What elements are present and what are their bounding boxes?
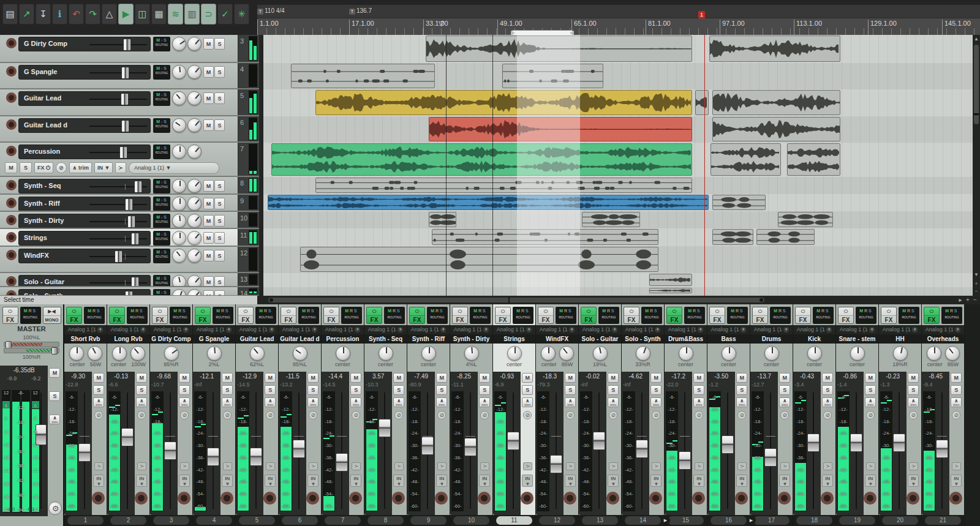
width-knob[interactable] <box>187 289 202 296</box>
record-arm-button[interactable] <box>6 198 17 208</box>
trim-button[interactable]: ∧trim <box>565 397 576 407</box>
project-info-button[interactable]: ℹ <box>52 4 67 24</box>
fader-handle[interactable] <box>119 146 127 159</box>
pan-knob[interactable] <box>593 346 608 361</box>
track-routing-button[interactable]: M●SROUTING <box>153 118 170 133</box>
volume-fader[interactable] <box>936 440 948 458</box>
volume-fader[interactable] <box>207 448 219 466</box>
input-select-dropdown[interactable]: Analog 1 (1 ▼ <box>922 325 964 334</box>
solo-button[interactable]: S <box>393 385 404 395</box>
track-volume-fader[interactable] <box>89 99 147 100</box>
record-arm-button[interactable] <box>392 492 405 505</box>
fx-button[interactable]: ⏻FX <box>195 307 211 324</box>
locking-button[interactable]: ✓ <box>217 4 233 24</box>
receives-button[interactable]: ≻ <box>266 462 275 470</box>
fx-button[interactable]: ⏻FX <box>109 307 125 324</box>
tcp-track-guitar-lead[interactable]: Guitar LeadM●SROUTINGMS5 <box>0 89 259 116</box>
volume-fader[interactable] <box>893 434 905 452</box>
width-knob[interactable] <box>187 275 202 287</box>
phase-button[interactable]: ⊘ <box>823 411 832 419</box>
track-routing-button[interactable]: M●SROUTING <box>153 197 170 211</box>
media-item-gray[interactable] <box>709 36 840 62</box>
fader-handle[interactable] <box>121 93 129 105</box>
pan-knob[interactable] <box>421 346 436 361</box>
fx-button[interactable]: ⏻FX <box>581 307 597 324</box>
input-select-dropdown[interactable]: Analog 1 (1 ▼ <box>450 325 492 334</box>
fader-handle[interactable] <box>127 216 135 228</box>
trim-button[interactable]: ∧trim <box>908 397 919 407</box>
input-select-dropdown[interactable]: Analog 1 (1 ▼ <box>107 325 149 334</box>
track-routing-button[interactable]: M●SROUTING <box>153 91 170 106</box>
receives-button[interactable]: ≻ <box>652 462 661 470</box>
mute-button[interactable]: M <box>203 215 214 227</box>
pan-knob[interactable] <box>207 346 222 361</box>
fader-handle[interactable] <box>134 181 142 193</box>
phase-button[interactable]: ⊘ <box>480 411 489 419</box>
new-project-button[interactable]: ▤ <box>2 4 18 24</box>
record-arm-button[interactable] <box>6 180 17 190</box>
trim-button[interactable]: ∧trim <box>650 397 662 407</box>
mute-button[interactable]: M <box>822 373 833 383</box>
pan-knob[interactable] <box>172 179 186 193</box>
fader-handle[interactable] <box>123 39 131 51</box>
media-item-gray[interactable] <box>649 274 692 286</box>
record-arm-button[interactable] <box>349 492 362 505</box>
input-select-dropdown[interactable]: Analog 1 (1 ▼ <box>193 325 235 334</box>
receives-button[interactable]: ≻ <box>94 462 104 470</box>
tcp-track-percussion[interactable]: PercussionM●SROUTINGMSFX ⏻⊘∧ trimIN ▼≻An… <box>0 143 259 177</box>
scroll-down-button[interactable]: ▼ <box>973 271 979 279</box>
solo-button[interactable]: S <box>350 385 361 395</box>
phase-button[interactable]: ⊘ <box>266 411 274 419</box>
pan-knob[interactable] <box>69 346 84 361</box>
phase-button[interactable]: ⊘ <box>94 411 103 419</box>
volume-fader[interactable] <box>679 451 691 470</box>
media-item-yellow[interactable] <box>315 90 692 115</box>
mute-button[interactable]: M <box>522 373 533 383</box>
track-volume-fader[interactable] <box>89 44 147 45</box>
width-knob[interactable] <box>187 37 202 51</box>
phase-button[interactable]: ⊘ <box>309 411 317 419</box>
mute-button[interactable]: M <box>565 373 576 383</box>
tcp-track-g-dirty-comp[interactable]: G Dirty CompM●SROUTINGMS3 <box>0 35 259 63</box>
media-item-gray[interactable] <box>710 143 781 176</box>
record-arm-button[interactable] <box>306 492 319 505</box>
media-item-gray[interactable] <box>712 117 840 141</box>
input-select-dropdown[interactable]: Analog 1 (1 ▼ <box>64 325 107 334</box>
fx-button[interactable]: ⏻FX <box>666 307 682 324</box>
pan-knob[interactable] <box>250 346 265 361</box>
pan-knob[interactable] <box>172 214 186 228</box>
ruler-bar-label[interactable]: 145.1.00 <box>942 20 971 35</box>
input-button[interactable]: IN▼ <box>522 475 533 487</box>
trim-button[interactable]: ∧trim <box>822 397 833 407</box>
pan-knob[interactable] <box>172 118 186 132</box>
phase-button[interactable]: ⊘ <box>180 411 189 419</box>
receives-button[interactable]: ≻ <box>394 462 404 470</box>
trim-envelope-button[interactable]: ∧ trim <box>69 162 92 173</box>
item-grouping-button[interactable]: ◫ <box>135 4 150 24</box>
routing-button[interactable]: MRSROUTING <box>856 307 876 324</box>
record-arm-button[interactable] <box>692 492 705 505</box>
input-select-dropdown[interactable]: Analog 1 (1 ▼ <box>665 325 707 334</box>
solo-button[interactable]: S <box>214 276 225 287</box>
mute-button[interactable]: M <box>203 198 214 209</box>
trim-button[interactable]: ∧trim <box>265 397 276 407</box>
track-routing-button[interactable]: M●SROUTING <box>153 179 170 193</box>
mute-button[interactable]: M <box>650 373 662 383</box>
fx-button[interactable]: ⏻FX <box>409 307 425 324</box>
horizontal-scrollbar-thumb[interactable] <box>268 298 764 302</box>
input-button[interactable]: IN▼ <box>650 475 662 487</box>
mute-button[interactable]: M <box>307 373 318 383</box>
input-select-dropdown[interactable]: Analog 1 (1 ▼ <box>707 325 750 334</box>
trim-button[interactable]: ∧trim <box>779 397 790 407</box>
mute-button[interactable]: M <box>222 373 233 383</box>
volume-fader[interactable] <box>593 432 605 450</box>
trim-button[interactable]: ∧trim <box>350 397 361 407</box>
pan-knob[interactable] <box>807 346 822 361</box>
mute-button[interactable]: M <box>203 119 214 131</box>
mute-button[interactable]: M <box>865 373 876 383</box>
input-select-dropdown[interactable]: Analog 1 (1 ▼ <box>793 325 835 334</box>
width-knob[interactable] <box>187 214 202 228</box>
record-input-button[interactable]: IN ▼ <box>94 162 113 173</box>
width-knob[interactable] <box>187 145 202 159</box>
fx-button[interactable]: FX ⏻ <box>34 162 53 173</box>
